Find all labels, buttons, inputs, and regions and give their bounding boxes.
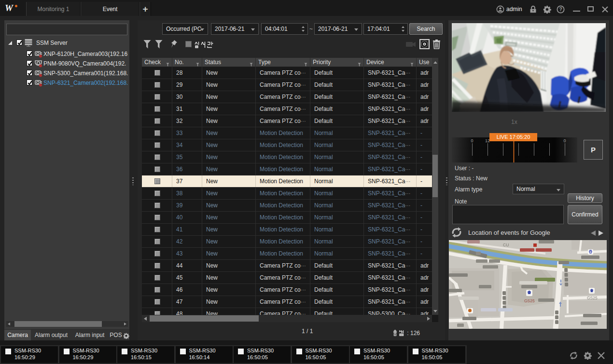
- svg-text:?: ?: [559, 7, 562, 12]
- svg-text:CU: CU: [503, 243, 509, 247]
- svg-text:GS25: GS25: [524, 298, 535, 303]
- svg-text:0: 0: [471, 138, 473, 143]
- svg-text:GS25: GS25: [587, 296, 598, 300]
- svg-text:0: 0: [563, 138, 566, 143]
